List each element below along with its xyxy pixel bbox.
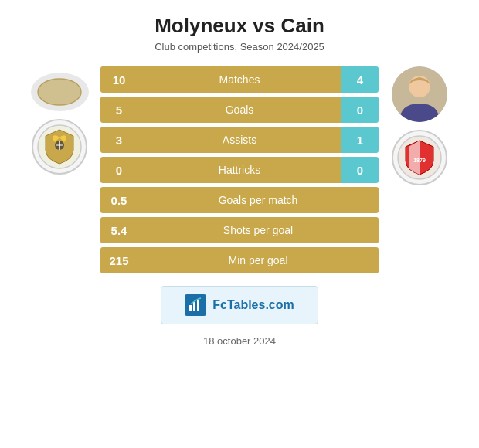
stat-left-value: 10 [100, 66, 138, 93]
stat-left-value: 5 [100, 97, 138, 123]
stat-right-value: 0 [341, 97, 379, 123]
svg-rect-11 [197, 300, 199, 311]
stat-row: 215Min per goal [100, 247, 379, 273]
svg-rect-9 [189, 305, 192, 311]
stat-right-value: 0 [341, 157, 379, 183]
right-player-photo [392, 66, 447, 122]
stat-row: 0.5Goals per match [100, 187, 379, 213]
left-team-badge [32, 119, 87, 175]
fctables-text: FcTables.com [212, 298, 294, 312]
stat-label: Goals [138, 97, 341, 123]
stat-row: 0Hattricks0 [100, 157, 379, 183]
fctables-banner[interactable]: FcTables.com [161, 286, 318, 324]
stat-row: 5.4Shots per goal [100, 217, 379, 243]
footer-date: 18 october 2024 [203, 335, 276, 347]
main-content: 10Matches45Goals03Assists10Hattricks00.5… [8, 66, 471, 273]
stat-row: 3Assists1 [100, 127, 379, 153]
stat-left-value: 0 [100, 157, 138, 183]
stat-left-value: 0.5 [100, 187, 138, 213]
page-title: Molyneux vs Cain [155, 14, 324, 38]
svg-point-0 [38, 79, 81, 105]
stat-row: 10Matches4 [100, 66, 379, 93]
right-team-badge: 1879 [392, 130, 447, 185]
stat-label: Goals per match [138, 187, 379, 213]
left-team-badge-placeholder [31, 73, 89, 111]
stat-right-value: 1 [341, 127, 379, 153]
svg-text:1879: 1879 [413, 158, 426, 163]
stat-label: Matches [138, 66, 341, 93]
stats-table: 10Matches45Goals03Assists10Hattricks00.5… [100, 66, 379, 273]
svg-rect-10 [193, 302, 195, 311]
stat-label: Min per goal [138, 247, 379, 273]
right-avatars-panel: 1879 [385, 66, 454, 185]
stat-left-value: 215 [100, 247, 138, 273]
page-subtitle: Club competitions, Season 2024/2025 [155, 41, 324, 53]
fctables-icon [185, 294, 206, 316]
stat-left-value: 5.4 [100, 217, 138, 243]
stat-right-value: 4 [341, 66, 379, 93]
left-avatars-panel [25, 66, 94, 175]
stat-left-value: 3 [100, 127, 138, 153]
stat-row: 5Goals0 [100, 97, 379, 123]
stat-label: Assists [138, 127, 341, 153]
stat-label: Shots per goal [138, 217, 379, 243]
page-container: Molyneux vs Cain Club competitions, Seas… [0, 0, 479, 448]
stat-label: Hattricks [138, 157, 341, 183]
